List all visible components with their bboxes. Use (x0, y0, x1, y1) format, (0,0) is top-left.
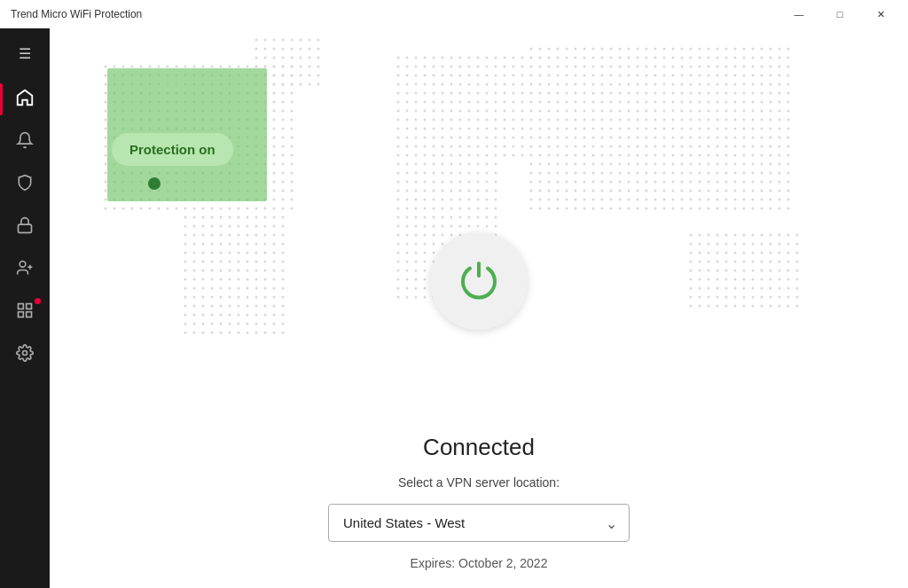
svg-point-1 (20, 261, 26, 267)
app-title: Trend Micro WiFi Protection (11, 8, 142, 20)
vpn-server-select[interactable]: United States - West United States - Eas… (328, 504, 630, 542)
hamburger-icon: ☰ (19, 45, 31, 62)
svg-rect-12 (395, 55, 528, 161)
sidebar-item-shield[interactable] (0, 163, 50, 206)
svg-rect-15 (688, 232, 803, 312)
sidebar-item-alerts[interactable] (0, 121, 50, 163)
home-icon (15, 88, 35, 112)
svg-rect-5 (27, 303, 32, 309)
close-button[interactable]: ✕ (860, 0, 901, 28)
svg-rect-0 (19, 224, 32, 232)
sidebar-item-home[interactable] (0, 78, 50, 121)
sidebar-item-apps[interactable] (0, 291, 50, 333)
power-button-wrap (430, 232, 528, 330)
vpn-select-wrapper: United States - West United States - Eas… (328, 504, 630, 542)
sidebar-item-settings[interactable] (0, 333, 50, 376)
lock-icon (16, 216, 34, 239)
svg-rect-6 (19, 311, 24, 317)
menu-button[interactable]: ☰ (7, 35, 43, 71)
bottom-content: Connected Select a VPN server location: … (50, 434, 908, 570)
sidebar-item-lock[interactable] (0, 206, 50, 248)
title-bar: Trend Micro WiFi Protection — □ ✕ (0, 0, 908, 28)
connected-status: Connected (423, 434, 535, 461)
sidebar-item-user[interactable] (0, 248, 50, 291)
expiry-text: Expires: October 2, 2022 (411, 556, 548, 570)
user-add-icon (16, 259, 34, 281)
content-area: Protection on Connected Select a VPN ser… (50, 28, 908, 588)
sidebar: ☰ (0, 28, 50, 588)
bell-icon (16, 131, 34, 153)
svg-rect-4 (19, 303, 24, 309)
svg-rect-7 (27, 311, 32, 317)
maximize-button[interactable]: □ (819, 0, 860, 28)
main-layout: ☰ (0, 28, 908, 588)
shield-icon (16, 174, 34, 196)
svg-rect-11 (183, 215, 289, 339)
vpn-selector-label: Select a VPN server location: (398, 475, 560, 490)
minimize-button[interactable]: — (779, 0, 819, 28)
power-button[interactable] (430, 232, 528, 330)
svg-point-8 (23, 350, 27, 355)
protection-badge: Protection on (112, 133, 233, 166)
protection-badge-text: Protection on (129, 142, 215, 157)
window-controls: — □ ✕ (779, 0, 901, 28)
power-icon (454, 256, 504, 306)
apps-icon (16, 302, 34, 324)
svg-point-18 (148, 177, 160, 190)
svg-rect-14 (528, 46, 794, 215)
notification-dot (35, 298, 41, 304)
settings-icon (16, 344, 34, 366)
